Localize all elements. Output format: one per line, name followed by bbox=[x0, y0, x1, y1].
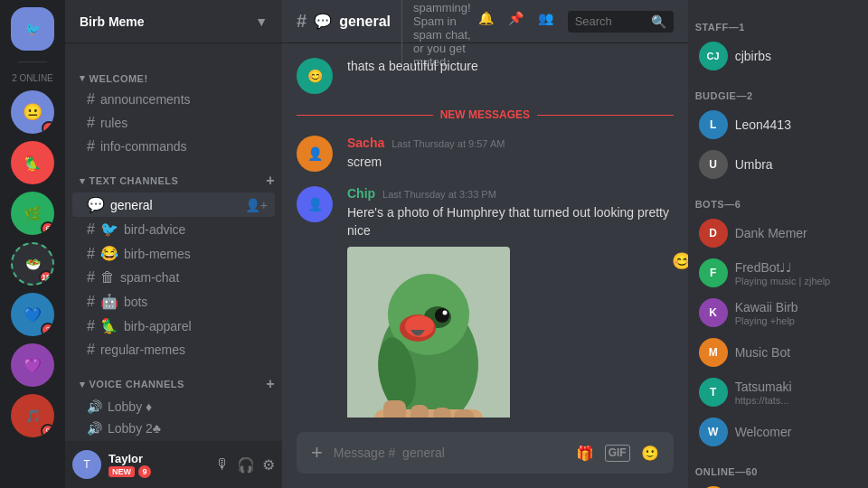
gif-icon[interactable]: GIF bbox=[605, 445, 630, 462]
channel-item-birb-apparel[interactable]: # 🦜 birb-apparel bbox=[72, 314, 275, 338]
user-new-badge: NEW bbox=[108, 466, 135, 477]
reaction-icon[interactable]: 😊 bbox=[672, 251, 688, 271]
hash-icon-bird: # bbox=[87, 221, 95, 238]
server-header[interactable]: Birb Meme ▼ bbox=[65, 0, 282, 43]
hash-icon-apparel: # bbox=[87, 318, 95, 334]
add-channel-icon[interactable]: + bbox=[266, 173, 275, 189]
channel-item-bird-advice[interactable]: # 🐦 bird-advice bbox=[72, 217, 275, 241]
member-item-fredbot[interactable]: F FredBot♩♩ Playing music | zjhelp BOT bbox=[692, 253, 868, 293]
server-avatar-2[interactable]: 🦜 bbox=[11, 141, 54, 184]
server-avatar-7[interactable]: 🎵 9 bbox=[11, 394, 54, 437]
header-icons: 🔔 📌 👥 🔍 bbox=[478, 11, 674, 33]
message-input[interactable] bbox=[334, 446, 565, 460]
svg-text:🐦: 🐦 bbox=[25, 22, 42, 37]
message-avatar-sacha: 👤 bbox=[297, 136, 333, 172]
channel-hash-icon: # bbox=[297, 11, 307, 32]
member-name-welcomer: Welcomer bbox=[735, 425, 864, 439]
apparel-emoji-icon: 🦜 bbox=[100, 317, 118, 334]
channel-item-regular-memes[interactable]: # regular-memes bbox=[72, 338, 275, 361]
bird-emoji-icon: 🐦 bbox=[100, 221, 118, 238]
member-list: STAFF—1 CJ cjbirbs BUDGIE—2 L Leon4413 U… bbox=[688, 0, 868, 488]
hash-icon-info: # bbox=[87, 138, 95, 155]
server-avatar-6[interactable]: 💜 bbox=[11, 343, 54, 387]
member-item-welcomer[interactable]: W Welcomer BOT bbox=[692, 412, 868, 452]
channel-item-rules[interactable]: # rules bbox=[72, 111, 275, 135]
hash-icon: # bbox=[87, 91, 95, 108]
search-input[interactable] bbox=[575, 14, 647, 28]
server-icon-birb-meme[interactable]: 🐦 bbox=[11, 7, 54, 51]
member-name-cjbirbs: cjbirbs bbox=[735, 49, 868, 63]
text-channels-header[interactable]: ▾ TEXT CHANNELS + bbox=[65, 158, 282, 192]
bots-emoji-icon: 🤖 bbox=[100, 293, 118, 310]
online-count: 2 ONLINE bbox=[12, 73, 53, 83]
member-item-kawaii[interactable]: K Kawaii Birb Playing +help BOT bbox=[692, 293, 868, 333]
pin-icon[interactable]: 📌 bbox=[508, 11, 524, 33]
svg-rect-14 bbox=[410, 405, 429, 418]
main-content: # 💬 general Be nice! No spamming! Spam i… bbox=[282, 0, 688, 488]
attach-button[interactable]: + bbox=[311, 441, 323, 465]
new-messages-label: NEW MESSAGES bbox=[440, 108, 530, 121]
message-sacha: 👤 Sacha Last Thursday at 9:57 AM screm bbox=[297, 136, 674, 172]
voice-channels-section: ▾ VOICE CHANNELS + 🔊 Lobby ♦ 🔊 Lobby 2♣ … bbox=[65, 361, 282, 441]
server-avatar-4[interactable]: 🥗 15 bbox=[11, 242, 54, 286]
user-add-icon[interactable]: 👤+ bbox=[245, 198, 268, 212]
voice-channel-lobby2[interactable]: 🔊 Lobby 2♣ bbox=[72, 418, 275, 439]
channel-item-general[interactable]: 💬 general 👤+ bbox=[72, 192, 275, 217]
message-body-chip: Chip Last Thursday at 3:33 PM Here's a p… bbox=[347, 186, 674, 418]
server-avatar-1[interactable]: 😐 bbox=[11, 90, 54, 134]
message-header-sacha: Sacha Last Thursday at 9:57 AM bbox=[347, 136, 505, 150]
member-name-music-bot: Music Bot bbox=[735, 345, 864, 360]
message-author-chip: Chip bbox=[347, 186, 375, 201]
welcome-section-header[interactable]: ▾ WELCOME! bbox=[65, 58, 282, 88]
svg-point-8 bbox=[443, 311, 448, 315]
member-status-kawaii: Playing +help bbox=[735, 315, 864, 326]
server-avatar-3[interactable]: 🌿 6 bbox=[11, 192, 54, 235]
volume-icon: 🔊 bbox=[87, 399, 102, 414]
channel-item-bots[interactable]: # 🤖 bots bbox=[72, 289, 275, 314]
member-avatar-umbra: U bbox=[699, 150, 728, 179]
new-messages-divider: NEW MESSAGES bbox=[297, 108, 674, 121]
member-status-fred: Playing music | zjhelp bbox=[735, 276, 864, 286]
members-icon[interactable]: 👥 bbox=[538, 11, 553, 33]
spam-emoji-icon: 🗑 bbox=[100, 269, 115, 286]
message-content-chip: Here's a photo of Humphrey that turned o… bbox=[347, 204, 674, 239]
chat-header: # 💬 general Be nice! No spamming! Spam i… bbox=[282, 0, 688, 43]
message-content-sacha: screm bbox=[347, 154, 505, 172]
voice-channels-header[interactable]: ▾ VOICE CHANNELS + bbox=[65, 361, 282, 396]
gift-icon[interactable]: 🎁 bbox=[576, 445, 594, 462]
input-icons: 🎁 GIF 🙂 bbox=[576, 445, 659, 462]
text-channels-arrow: ▾ bbox=[80, 175, 86, 187]
budgie-section-header: BUDGIE—2 bbox=[688, 76, 868, 105]
mic-icon[interactable]: 🎙 bbox=[215, 456, 230, 474]
member-info-tatsumaki: Tatsumaki https://tats... bbox=[735, 380, 864, 406]
server-avatar-5[interactable]: 💙 2 bbox=[11, 293, 54, 336]
search-icon: 🔍 bbox=[651, 14, 666, 29]
emoji-icon[interactable]: 🙂 bbox=[641, 445, 659, 462]
headset-icon[interactable]: 🎧 bbox=[237, 456, 255, 474]
member-avatar-leon: L bbox=[699, 110, 728, 139]
member-item-tatsumaki[interactable]: T Tatsumaki https://tats... BOT bbox=[692, 372, 868, 412]
server-badge-1 bbox=[42, 121, 54, 134]
channel-item-birb-memes[interactable]: # 😂 birb-memes bbox=[72, 241, 275, 266]
divider-line-left bbox=[297, 115, 433, 116]
channel-item-info-commands[interactable]: # info-commands bbox=[72, 135, 275, 158]
message-body-sacha: Sacha Last Thursday at 9:57 AM screm bbox=[347, 136, 505, 172]
member-item-leon[interactable]: L Leon4413 bbox=[692, 105, 868, 145]
member-item-cjbirbs[interactable]: CJ cjbirbs bbox=[692, 36, 868, 76]
member-item-die-weiss[interactable]: D *Die Weißheit bbox=[692, 481, 868, 488]
voice-channel-lobby[interactable]: 🔊 Lobby ♦ bbox=[72, 396, 275, 418]
member-name-fred: FredBot♩♩ bbox=[735, 260, 864, 275]
channel-item-spam-chat[interactable]: # 🗑 spam-chat bbox=[72, 266, 275, 289]
member-status-tatsumaki: https://tats... bbox=[735, 395, 864, 406]
search-box[interactable]: 🔍 bbox=[568, 11, 674, 33]
hash-icon-regular: # bbox=[87, 342, 95, 358]
member-item-dank-memer[interactable]: D Dank Memer BOT bbox=[692, 213, 868, 253]
add-voice-icon[interactable]: + bbox=[266, 376, 275, 392]
channel-item-announcements[interactable]: # announcements bbox=[72, 88, 275, 111]
member-item-music-bot[interactable]: M Music Bot BOT bbox=[692, 333, 868, 372]
bell-icon[interactable]: 🔔 bbox=[478, 11, 494, 33]
user-badge-count: 9 bbox=[138, 465, 151, 478]
settings-icon[interactable]: ⚙ bbox=[262, 456, 275, 474]
member-avatar-dank: D bbox=[699, 219, 728, 248]
member-item-umbra[interactable]: U Umbra bbox=[692, 145, 868, 184]
